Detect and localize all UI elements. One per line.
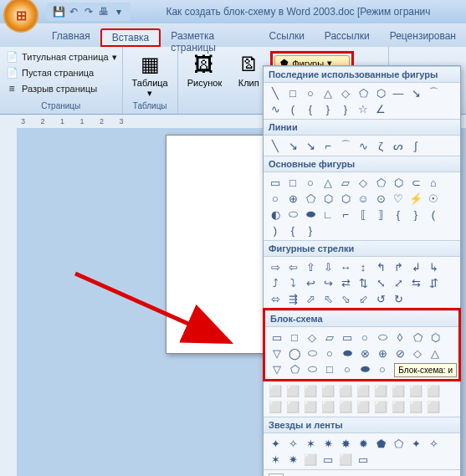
shape-item[interactable]: ⬬ [356, 361, 373, 376]
cover-page-button[interactable]: 📄Титульная страница ▾ [3, 49, 120, 64]
shape-item[interactable]: ⬜ [425, 399, 442, 414]
shape-item[interactable]: ◐ [267, 207, 284, 222]
shape-item[interactable]: ⬜ [407, 399, 424, 414]
shape-item[interactable]: ∿ [267, 101, 284, 116]
shape-item[interactable]: ⤢ [390, 275, 407, 290]
shape-item[interactable]: ◇ [355, 175, 371, 190]
shape-item[interactable]: ∫ [407, 138, 424, 153]
shape-item[interactable]: — [390, 85, 407, 100]
shape-item[interactable]: ✹ [355, 436, 371, 451]
shape-item[interactable]: ⬡ [390, 175, 407, 190]
shape-item[interactable]: ⬠ [372, 175, 389, 190]
shape-item[interactable]: □ [286, 330, 303, 345]
shape-item[interactable]: ∠ [372, 101, 389, 116]
shape-item[interactable]: ◇ [409, 345, 426, 361]
shape-item[interactable]: ∟ [320, 207, 336, 222]
shape-item[interactable]: ⊙ [372, 191, 389, 206]
shape-item[interactable]: { [284, 223, 301, 238]
shape-item[interactable]: ⇦ [284, 259, 301, 274]
shape-item[interactable]: ⬂ [337, 291, 354, 306]
shape-item[interactable]: ⬜ [284, 383, 301, 398]
shape-item[interactable]: ⬭ [374, 330, 391, 345]
shape-item[interactable]: ↘ [407, 85, 424, 100]
shape-item[interactable]: ◯ [286, 345, 303, 361]
shape-item[interactable]: ✧ [425, 436, 442, 451]
shape-item[interactable]: ▱ [321, 330, 338, 345]
shape-item[interactable]: ( [425, 207, 442, 222]
shape-item[interactable]: ⬭ [304, 361, 320, 376]
tab-references[interactable]: Ссылки [259, 28, 315, 47]
shape-item[interactable]: ⌒ [337, 138, 354, 153]
shape-item[interactable]: △ [427, 345, 443, 361]
shape-item[interactable]: ⬜ [372, 383, 389, 398]
shape-item[interactable]: ⬜ [302, 452, 319, 467]
shape-item[interactable]: ✸ [337, 436, 354, 451]
shape-item[interactable]: ▭ [355, 452, 371, 467]
shape-item[interactable]: ↱ [390, 259, 407, 274]
shape-item[interactable]: ✷ [284, 452, 301, 467]
shape-item[interactable]: ⤡ [372, 275, 389, 290]
shape-item[interactable]: ⌂ [425, 175, 442, 190]
picture-button[interactable]: 🖼Рисунок [181, 49, 229, 100]
shape-item[interactable]: ⌐ [337, 207, 354, 222]
tab-insert[interactable]: Вставка [100, 28, 161, 47]
shape-item[interactable]: ⬜ [267, 383, 284, 398]
shape-item[interactable]: ⬡ [372, 85, 389, 100]
shape-item[interactable]: ▱ [337, 175, 354, 190]
shape-item[interactable]: ○ [302, 85, 319, 100]
shape-item[interactable]: ⬭ [284, 207, 301, 222]
shape-item[interactable]: } [337, 101, 354, 116]
shape-item[interactable]: ζ [372, 138, 389, 153]
shape-item[interactable]: ⊕ [284, 191, 301, 206]
shape-item[interactable]: ✧ [284, 436, 301, 451]
shape-item[interactable]: ⚡ [407, 191, 424, 206]
shape-item[interactable]: ⇄ [337, 275, 354, 290]
shape-item[interactable]: ⬟ [372, 436, 389, 451]
shape-item[interactable]: ▭ [320, 452, 336, 467]
shape-item[interactable]: ○ [321, 345, 338, 361]
shape-item[interactable]: ↳ [425, 259, 442, 274]
shape-item[interactable]: ✦ [267, 436, 284, 451]
shape-item[interactable]: ⇅ [355, 275, 371, 290]
shape-item[interactable]: ⬡ [320, 191, 336, 206]
shape-item[interactable]: ⤴ [267, 275, 284, 290]
shape-item[interactable]: ⌒ [425, 85, 442, 100]
shape-item[interactable]: ▽ [269, 361, 285, 376]
tab-page-layout[interactable]: Разметка страницы [161, 28, 259, 47]
shape-item[interactable]: ↺ [372, 291, 389, 306]
shape-item[interactable]: ☉ [425, 191, 442, 206]
shape-item[interactable]: ▭ [269, 330, 285, 345]
shape-item[interactable]: ⬜ [355, 383, 371, 398]
shape-item[interactable]: ⬜ [372, 399, 389, 414]
tab-home[interactable]: Главная [42, 28, 100, 47]
shape-item[interactable]: ⇆ [407, 275, 424, 290]
shape-item[interactable]: ⬠ [409, 330, 426, 345]
shape-item[interactable]: ○ [356, 330, 373, 345]
shape-item[interactable]: ⊗ [356, 345, 373, 361]
shape-item[interactable]: ↘ [302, 138, 319, 153]
shape-item[interactable]: ↕ [355, 259, 371, 274]
shape-item[interactable]: □ [284, 85, 301, 100]
shape-item[interactable]: } [320, 101, 336, 116]
shape-item[interactable]: ⬜ [302, 383, 319, 398]
shape-item[interactable]: ✦ [407, 436, 424, 451]
shape-item[interactable]: ⬜ [390, 399, 407, 414]
shape-item[interactable]: ⬠ [302, 191, 319, 206]
shape-item[interactable]: ⬃ [355, 291, 371, 306]
shape-item[interactable]: ⬜ [337, 452, 354, 467]
redo-icon[interactable]: ↷ [82, 5, 95, 18]
shape-item[interactable]: ⌐ [320, 138, 336, 153]
shape-item[interactable]: ☺ [355, 191, 371, 206]
shape-item[interactable]: ♡ [390, 191, 407, 206]
shape-item[interactable]: ⬡ [427, 330, 443, 345]
shape-item[interactable]: ↘ [284, 138, 301, 153]
shape-item[interactable]: ○ [374, 361, 391, 376]
shape-item[interactable]: ⬜ [407, 383, 424, 398]
shape-item[interactable]: ⬜ [425, 383, 442, 398]
shape-item[interactable]: ╲ [267, 85, 284, 100]
shape-item[interactable]: ⬀ [302, 291, 319, 306]
shape-item[interactable]: ↪ [320, 275, 336, 290]
shape-item[interactable]: □ [321, 361, 338, 376]
table-button[interactable]: ▦ Таблица ▾ [125, 49, 175, 100]
shape-item[interactable]: ⊕ [374, 345, 391, 361]
